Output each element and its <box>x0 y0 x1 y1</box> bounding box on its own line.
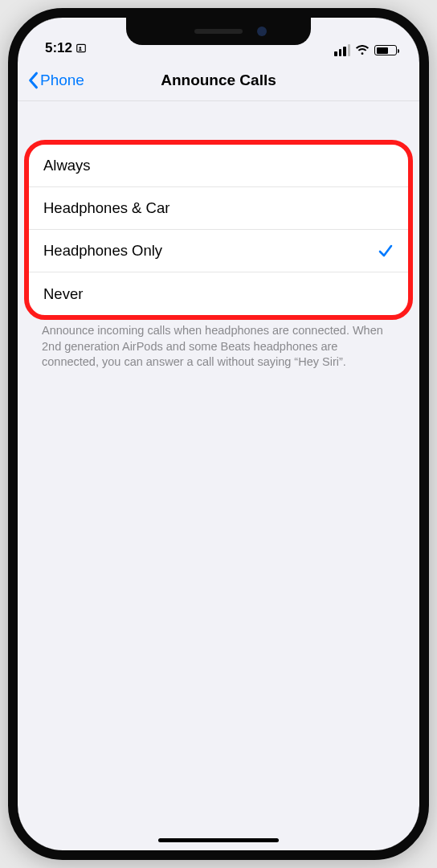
options-group: Always Headphones & Car Headphones Only <box>29 145 408 315</box>
svg-rect-0 <box>77 44 86 51</box>
option-never[interactable]: Never <box>29 272 408 315</box>
footer-description: Announce incoming calls when headphones … <box>18 315 419 371</box>
content-area: Always Headphones & Car Headphones Only <box>18 101 419 371</box>
silence-switch <box>8 170 10 203</box>
navigation-bar: Phone Announce Calls <box>18 59 419 101</box>
options-list: Always Headphones & Car Headphones Only <box>29 145 408 315</box>
page-title: Announce Calls <box>161 72 276 89</box>
status-right <box>334 44 397 56</box>
battery-icon <box>374 45 397 55</box>
front-camera <box>257 27 267 36</box>
power-button <box>427 251 429 339</box>
option-label: Headphones & Car <box>43 199 169 217</box>
option-always[interactable]: Always <box>29 145 408 187</box>
cellular-signal-icon <box>334 44 350 56</box>
back-button[interactable]: Phone <box>27 59 84 100</box>
svg-point-1 <box>80 47 82 49</box>
home-indicator[interactable] <box>158 838 279 842</box>
device-notch <box>126 18 311 45</box>
status-left: 5:12 <box>45 40 87 56</box>
option-label: Never <box>43 285 83 303</box>
checkmark-icon <box>378 244 394 258</box>
status-time: 5:12 <box>45 40 72 56</box>
contact-card-icon <box>76 43 87 54</box>
option-label: Always <box>43 157 91 174</box>
wifi-icon <box>355 45 370 55</box>
earpiece-speaker <box>194 29 243 34</box>
back-label: Phone <box>40 72 84 89</box>
volume-down-button <box>8 299 10 355</box>
option-label: Headphones Only <box>43 242 162 260</box>
option-headphones-only[interactable]: Headphones Only <box>29 230 408 272</box>
chevron-left-icon <box>27 72 39 89</box>
volume-up-button <box>8 227 10 283</box>
option-headphones-and-car[interactable]: Headphones & Car <box>29 187 408 230</box>
screen: 5:12 <box>18 18 419 850</box>
phone-device-frame: 5:12 <box>8 8 429 860</box>
